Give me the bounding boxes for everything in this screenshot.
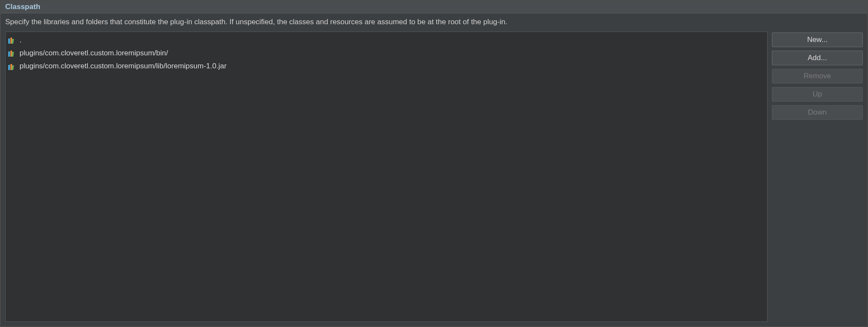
library-icon bbox=[8, 50, 17, 57]
classpath-list[interactable]: . plugins/com.cloveretl.custom.loremipsu… bbox=[5, 32, 768, 322]
content-area: . plugins/com.cloveretl.custom.loremipsu… bbox=[1, 32, 867, 326]
section-header: Classpath bbox=[1, 1, 867, 13]
remove-button[interactable]: Remove bbox=[772, 69, 863, 83]
svg-rect-6 bbox=[8, 65, 10, 70]
list-item-label: plugins/com.cloveretl.custom.loremipsum/… bbox=[19, 61, 227, 72]
new-button[interactable]: New... bbox=[772, 32, 863, 47]
section-title: Classpath bbox=[5, 3, 863, 11]
list-item[interactable]: . bbox=[8, 34, 764, 47]
section-description: Specify the libraries and folders that c… bbox=[1, 13, 867, 32]
list-item-label: plugins/com.cloveretl.custom.loremipsum/… bbox=[19, 48, 168, 59]
library-icon bbox=[8, 63, 17, 70]
up-button[interactable]: Up bbox=[772, 87, 863, 102]
svg-rect-0 bbox=[8, 38, 10, 44]
add-button[interactable]: Add... bbox=[772, 51, 863, 65]
library-icon bbox=[8, 37, 17, 44]
list-item[interactable]: plugins/com.cloveretl.custom.loremipsum/… bbox=[8, 60, 764, 73]
button-column: New... Add... Remove Up Down bbox=[772, 32, 863, 322]
list-item-label: . bbox=[19, 35, 22, 46]
svg-rect-3 bbox=[8, 51, 10, 57]
classpath-section: Classpath Specify the libraries and fold… bbox=[0, 0, 868, 327]
down-button[interactable]: Down bbox=[772, 105, 863, 120]
list-item[interactable]: plugins/com.cloveretl.custom.loremipsum/… bbox=[8, 47, 764, 60]
